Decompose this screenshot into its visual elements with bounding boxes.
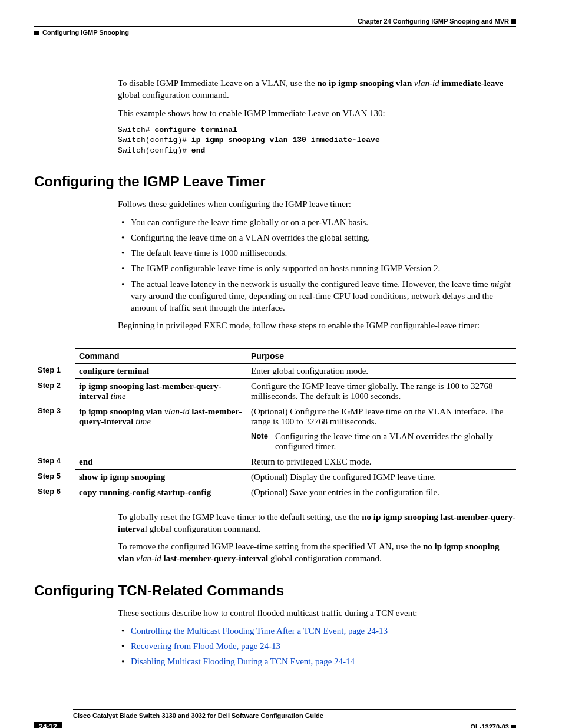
table-row: Step 1 configure terminal Enter global c… — [34, 363, 516, 378]
list-item: Recovering from Flood Mode, page 24-13 — [118, 640, 516, 652]
step-label: Step 6 — [34, 485, 75, 500]
command-text: show ip igmp snooping — [79, 472, 165, 482]
table-row: Step 6 copy running-config startup-confi… — [34, 485, 516, 500]
decor-square-icon — [511, 725, 516, 728]
cross-ref-link[interactable]: Recovering from Flood Mode, page 24-13 — [131, 641, 280, 651]
table-row: Step 5 show ip igmp snooping (Optional) … — [34, 469, 516, 485]
code-block: Switch# configure terminal Switch(config… — [118, 125, 516, 156]
footer: Cisco Catalyst Blade Switch 3130 and 303… — [34, 709, 516, 728]
command-text: end — [79, 457, 92, 466]
table-row: Step 2 ip igmp snooping last-member-quer… — [34, 378, 516, 404]
step-label: Step 4 — [34, 454, 75, 469]
section-heading-tcn: Configuring TCN-Related Commands — [34, 582, 516, 599]
note-label: Note — [251, 431, 268, 452]
purpose-text: (Optional) Save your entries in the conf… — [247, 485, 516, 500]
bullet-list: You can configure the leave time globall… — [118, 216, 516, 314]
paragraph: To remove the configured IGMP leave-time… — [118, 541, 516, 565]
bullet-list: Controlling the Multicast Flooding Time … — [118, 625, 516, 668]
table-row: Step 4 end Return to privileged EXEC mod… — [34, 454, 516, 469]
step-label: Step 3 — [34, 404, 75, 454]
footer-title: Cisco Catalyst Blade Switch 3130 and 303… — [73, 712, 516, 719]
purpose-text: Configure the IGMP leave timer globally.… — [247, 378, 516, 404]
header-chapter: Chapter 24 Configuring IGMP Snooping and… — [358, 18, 516, 25]
list-item: You can configure the leave time globall… — [118, 216, 516, 228]
purpose-text: (Optional) Display the configured IGMP l… — [247, 469, 516, 485]
note-text: Configuring the leave time on a VLAN ove… — [275, 431, 513, 452]
command-text: configure terminal — [79, 366, 149, 375]
list-item: The actual leave latency in the network … — [118, 278, 516, 314]
section-body: Follows these guidelines when configurin… — [118, 198, 516, 331]
purpose-text: Return to privileged EXEC mode. — [247, 454, 516, 469]
step-label: Step 1 — [34, 363, 75, 378]
table-header-blank — [34, 348, 75, 363]
intro-block: To disable IGMP Immediate Leave on a VLA… — [118, 77, 516, 156]
list-item: The IGMP configurable leave time is only… — [118, 262, 516, 274]
step-label: Step 2 — [34, 378, 75, 404]
paragraph: This example shows how to enable IGMP Im… — [118, 107, 516, 119]
command-text: ip igmp snooping last-member-query-inter… — [75, 378, 247, 404]
purpose-cell: (Optional) Configure the IGMP leave time… — [247, 404, 516, 454]
paragraph: These sections describe how to control f… — [118, 607, 516, 619]
table-header-purpose: Purpose — [247, 348, 516, 363]
footer-rule — [73, 709, 516, 710]
purpose-text: (Optional) Configure the IGMP leave time… — [251, 407, 513, 427]
section-body: These sections describe how to control f… — [118, 607, 516, 668]
table-header-command: Command — [75, 348, 247, 363]
paragraph: To globally reset the IGMP leave timer t… — [118, 511, 516, 535]
table-row: Step 3 ip igmp snooping vlan vlan-id las… — [34, 404, 516, 454]
page-container: Chapter 24 Configuring IGMP Snooping and… — [0, 0, 562, 728]
header-section: Configuring IGMP Snooping — [34, 29, 516, 36]
header-rule — [34, 26, 516, 27]
paragraph: To disable IGMP Immediate Leave on a VLA… — [118, 77, 516, 101]
list-item: Disabling Multicast Flooding During a TC… — [118, 655, 516, 667]
list-item: Configuring the leave time on a VLAN ove… — [118, 232, 516, 243]
command-text: ip igmp snooping vlan vlan-id last-membe… — [75, 404, 247, 454]
decor-square-icon — [34, 31, 39, 35]
paragraph: Beginning in privileged EXEC mode, follo… — [118, 319, 516, 331]
cross-ref-link[interactable]: Disabling Multicast Flooding During a TC… — [131, 657, 355, 666]
cross-ref-link[interactable]: Controlling the Multicast Flooding Time … — [131, 626, 388, 635]
command-text: copy running-config startup-config — [79, 487, 211, 497]
header-row: Chapter 24 Configuring IGMP Snooping and… — [34, 18, 516, 25]
list-item: Controlling the Multicast Flooding Time … — [118, 625, 516, 637]
command-table: Command Purpose Step 1 configure termina… — [34, 348, 516, 500]
purpose-text: Enter global configuration mode. — [247, 363, 516, 378]
step-label: Step 5 — [34, 469, 75, 485]
page-number-badge: 24-12 — [34, 722, 62, 728]
section-heading-leave-timer: Configuring the IGMP Leave Timer — [34, 173, 516, 190]
decor-square-icon — [511, 19, 516, 24]
list-item: The default leave time is 1000 milliseco… — [118, 247, 516, 259]
paragraph: Follows these guidelines when configurin… — [118, 198, 516, 210]
note-block: Note Configuring the leave time on a VLA… — [251, 431, 513, 452]
after-table-block: To globally reset the IGMP leave timer t… — [118, 511, 516, 565]
doc-id: OL-13270-03 — [471, 723, 516, 728]
